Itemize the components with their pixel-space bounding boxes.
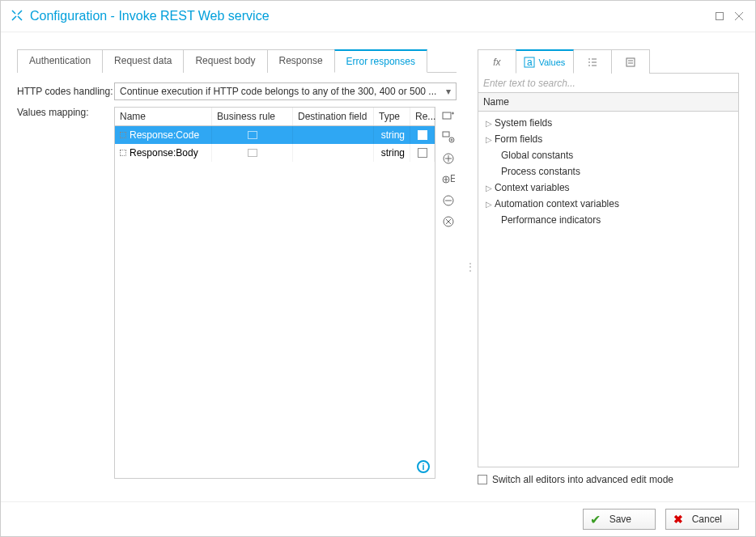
svg-text:a: a	[527, 57, 533, 68]
tab-response[interactable]: Response	[267, 49, 335, 73]
values-tree: ▷System fields ▷Form fields Global const…	[478, 112, 739, 467]
add-sublink-icon[interactable]	[440, 129, 457, 146]
remove-icon[interactable]	[440, 192, 457, 209]
values-mapping-label: Values mapping:	[17, 107, 114, 118]
switch-advanced-label: Switch all editors into advanced edit mo…	[492, 474, 673, 485]
col-re[interactable]: Re...	[410, 108, 435, 125]
expand-icon[interactable]: ▷	[483, 135, 495, 144]
config-window: Configuration - Invoke REST Web service …	[0, 0, 756, 537]
tree-item-context-variables[interactable]: ▷Context variables	[478, 180, 738, 196]
left-pane: Authentication Request data Request body…	[17, 49, 457, 485]
http-handling-dropdown[interactable]: Continue execution if HTTP code belongs …	[114, 82, 457, 100]
drag-handle-icon[interactable]	[120, 132, 126, 138]
table-actions: E	[440, 107, 457, 230]
col-type[interactable]: Type	[374, 108, 410, 125]
info-icon[interactable]: i	[417, 460, 430, 473]
save-button[interactable]: ✔ Save	[583, 509, 656, 530]
cancel-icon: ✖	[673, 514, 684, 525]
titlebar: Configuration - Invoke REST Web service	[1, 1, 755, 32]
tab-request-body[interactable]: Request body	[183, 49, 267, 73]
tab-authentication[interactable]: Authentication	[17, 49, 103, 73]
tab-values[interactable]: a Values	[516, 49, 574, 74]
svg-text:E: E	[450, 173, 455, 184]
svg-rect-1	[443, 112, 451, 119]
expand-icon[interactable]: ▷	[483, 119, 495, 128]
col-business-rule[interactable]: Business rule	[212, 108, 293, 125]
add-icon[interactable]	[440, 150, 457, 167]
tree-item-performance-indicators[interactable]: Performance indicators	[478, 212, 738, 228]
http-handling-value: Continue execution if HTTP code belongs …	[120, 86, 436, 97]
tree-item-automation-context-variables[interactable]: ▷Automation context variables	[478, 196, 738, 212]
pane-resize-handle[interactable]	[465, 49, 469, 485]
chevron-down-icon: ▾	[446, 86, 451, 97]
expand-icon[interactable]: ▷	[483, 184, 495, 192]
values-mapping-table: Name Business rule Destination field Typ…	[114, 107, 435, 479]
window-title: Configuration - Invoke REST Web service	[30, 9, 270, 23]
cancel-button[interactable]: ✖ Cancel	[665, 509, 739, 530]
tab-fx[interactable]: fx	[478, 49, 516, 74]
tree-item-system-fields[interactable]: ▷System fields	[478, 115, 738, 131]
svg-rect-2	[443, 132, 449, 137]
http-handling-label: HTTP codes handling:	[17, 86, 114, 97]
add-e-icon[interactable]: E	[440, 171, 457, 188]
table-row[interactable]: Response:Body string	[115, 144, 435, 162]
drag-handle-icon[interactable]	[120, 150, 126, 156]
rule-icon[interactable]	[248, 149, 257, 157]
tab-list[interactable]	[573, 49, 612, 74]
tools-icon	[11, 9, 23, 24]
main-tabs: Authentication Request data Request body…	[17, 49, 457, 73]
re-checkbox[interactable]	[418, 148, 427, 158]
re-checkbox[interactable]	[418, 130, 427, 140]
expand-icon[interactable]: ▷	[483, 200, 495, 209]
svg-rect-11	[626, 58, 635, 66]
rule-icon[interactable]	[248, 131, 257, 139]
add-link-icon[interactable]	[440, 108, 457, 125]
col-name[interactable]: Name	[115, 108, 212, 125]
tree-header-name[interactable]: Name	[478, 93, 739, 112]
check-icon: ✔	[590, 514, 601, 525]
table-row[interactable]: Response:Code string	[115, 126, 435, 144]
tree-item-form-fields[interactable]: ▷Form fields	[478, 131, 738, 147]
close-icon[interactable]	[733, 10, 745, 23]
tree-item-process-constants[interactable]: Process constants	[478, 163, 738, 180]
tab-form[interactable]	[611, 49, 650, 74]
tab-error-responses[interactable]: Error responses	[334, 49, 427, 73]
search-input[interactable]: Enter text to search...	[478, 74, 739, 93]
col-destination-field[interactable]: Destination field	[293, 108, 374, 125]
svg-rect-0	[716, 13, 724, 20]
tree-item-global-constants[interactable]: Global constants	[478, 147, 738, 163]
switch-advanced-checkbox[interactable]	[478, 475, 487, 484]
right-pane: fx a Values Enter text to search... Name…	[478, 49, 739, 485]
delete-icon[interactable]	[440, 214, 457, 230]
maximize-icon[interactable]	[713, 10, 726, 23]
tab-request-data[interactable]: Request data	[102, 49, 184, 73]
